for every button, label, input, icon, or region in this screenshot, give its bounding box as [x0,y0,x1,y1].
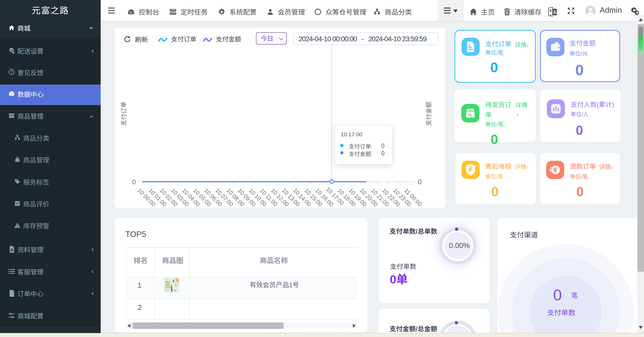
svg-text:¥: ¥ [553,166,557,174]
svg-text:¥: ¥ [469,167,471,173]
